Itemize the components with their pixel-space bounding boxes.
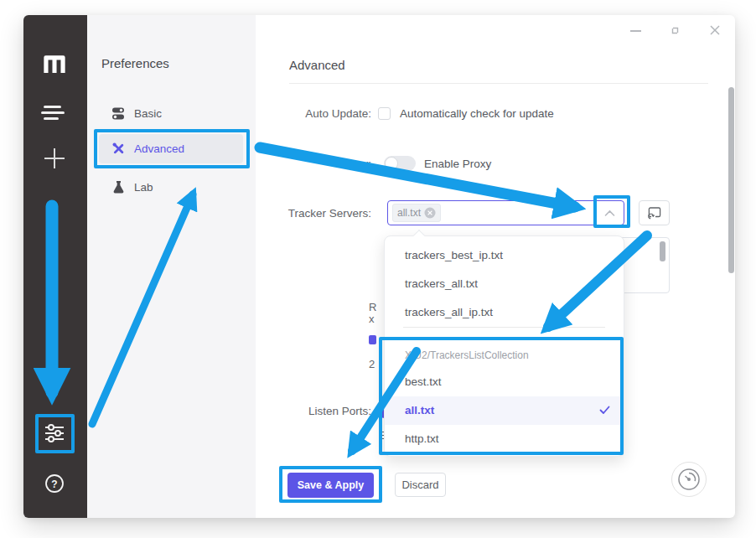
speed-gauge-icon [677,468,701,491]
tracker-tag-label: all.txt [397,207,421,219]
lab-flask-icon [112,180,125,194]
sync-icon [647,206,662,220]
title-divider [289,83,708,84]
dropdown-option[interactable]: trackers_best_ip.txt [385,241,624,270]
minimize-icon[interactable] [630,30,641,32]
auto-update-option-label[interactable]: Automatically check for update [400,107,554,120]
annotation-box-settings [35,414,75,453]
sync-trackers-button[interactable] [639,200,670,225]
annotation-box-save [279,466,382,503]
discard-label: Discard [401,479,438,491]
sidebar-item-basic[interactable]: Basic [99,101,243,127]
clipped-checkbox-fragment [369,335,376,344]
tracker-tag: all.txt [392,204,441,222]
dropdown-divider [403,327,605,328]
close-icon[interactable] [709,24,721,36]
sidebar-item-label: Basic [134,107,162,120]
listen-ports-label: Listen Ports: [237,405,371,417]
textarea-scrollbar-thumb[interactable] [660,241,665,261]
page-title: Advanced [289,58,345,72]
annotation-box-chevron [593,195,630,228]
help-icon[interactable]: ? [44,473,65,494]
tag-remove-icon[interactable] [424,207,436,219]
sidebar-item-lab[interactable]: Lab [99,175,243,200]
sidebar-item-label: Lab [134,181,153,194]
preferences-panel [87,15,256,518]
svg-text:?: ? [51,479,57,490]
discard-button[interactable]: Discard [395,473,446,497]
clipped-text-fragment: R [369,301,376,313]
auto-update-checkbox[interactable] [378,107,391,120]
add-task-icon[interactable] [44,147,65,169]
dropdown-option[interactable]: trackers_all.txt [385,270,624,298]
proxy-toggle-knob [385,157,398,170]
auto-update-label: Auto Update: [237,107,371,120]
proxy-label: Proxy: [237,158,371,170]
dropdown-option[interactable]: trackers_all_ip.txt [385,298,624,327]
proxy-option-label: Enable Proxy [424,158,491,170]
basic-toggles-icon [111,106,125,121]
speed-gauge-button[interactable] [671,462,707,497]
content-scrollbar-thumb[interactable] [728,87,734,273]
motrix-logo-icon [42,54,67,73]
annotation-box-dropdown-group [379,337,624,455]
annotation-box-advanced [94,129,250,168]
task-list-icon[interactable] [39,105,67,122]
tracker-servers-label: Tracker Servers: [237,207,371,220]
clipped-text-fragment: 2 [369,358,375,370]
maximize-icon[interactable] [670,25,681,36]
preferences-title: Preferences [101,56,169,70]
clipped-text-fragment: x [369,313,375,325]
screenshot-stage: ? Preferences Basic Advanced Lab Advan [0,0,756,538]
